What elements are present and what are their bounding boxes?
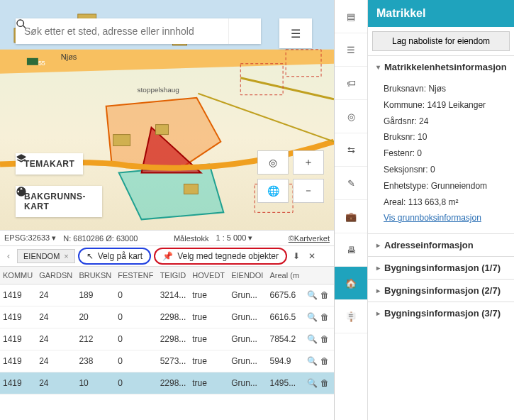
map-canvas[interactable]: 55 Njøs stoppelshaug — [0, 0, 334, 230]
locate-button[interactable]: ◎ — [257, 150, 289, 175]
coordinates: N: 6810286 Ø: 63000 — [63, 234, 138, 243]
caret-right-icon: ▸ — [376, 309, 380, 317]
layers-icon — [16, 153, 27, 165]
svg-line-12 — [240, 78, 334, 99]
row-zoom-icon[interactable]: 🔍 — [306, 356, 319, 366]
svg-text:Njøs: Njøs — [61, 52, 77, 61]
scale-label: Målestokk — [174, 234, 209, 243]
status-bar: EPSG:32633 ▾ N: 6810286 Ø: 63000 Målesto… — [0, 230, 334, 245]
row-delete-icon[interactable]: 🗑 — [319, 290, 330, 300]
tab-label: EIENDOM — [23, 252, 60, 260]
svg-rect-21 — [184, 184, 198, 194]
epsg-selector[interactable]: EPSG:32633 ▾ — [4, 233, 56, 243]
menu-button[interactable]: ☰ — [279, 18, 312, 48]
row-zoom-icon[interactable]: 🔍 — [306, 312, 319, 322]
svg-line-13 — [198, 94, 334, 142]
temakart-label: TEMAKART — [24, 159, 74, 169]
side-panel: Matrikkel Lag naboliste for eiendom ▾Mat… — [368, 0, 514, 420]
icon-sidebar: ▤ ☰ 🏷 ◎ ⇆ ✎ 💼 🖶 🏠 🪧 — [335, 0, 368, 420]
row-zoom-icon[interactable]: 🔍 — [306, 378, 319, 388]
globe-button[interactable]: 🌐 — [257, 179, 289, 203]
table-row[interactable]: 14192421202298...trueGrun...7854.2🔍🗑 — [0, 328, 334, 350]
svg-rect-20 — [156, 125, 169, 135]
matrikkel-fields: Bruksnavn: Njøs Kommune: 1419 Leikanger … — [368, 78, 514, 233]
svg-rect-19 — [113, 135, 130, 146]
sidebar-tag-icon[interactable]: 🏷 — [335, 67, 367, 100]
results-table: KOMMU GARDSN BRUKSN FESTENF TEIGID HOVED… — [0, 267, 334, 420]
sidebar-target-icon[interactable]: ◎ — [335, 100, 367, 133]
sidebar-briefcase-icon[interactable]: 💼 — [335, 200, 367, 233]
attribution-link[interactable]: ©Kartverket — [289, 234, 330, 243]
caret-right-icon: ▸ — [376, 264, 380, 272]
velg-pa-kart-label: Velg på kart — [98, 251, 143, 261]
pointer-icon: ↖ — [86, 251, 94, 261]
section-adresse[interactable]: ▸Adresseinformasjon — [368, 233, 514, 256]
caret-right-icon: ▸ — [376, 287, 380, 294]
velg-tegnede-button[interactable]: 📌 Velg med tegnede objekter — [154, 248, 287, 265]
scale-selector[interactable]: 1 : 5 000 ▾ — [216, 233, 252, 243]
row-zoom-icon[interactable]: 🔍 — [306, 334, 319, 344]
table-row[interactable]: 14192423805273...trueGrun...594.9🔍🗑 — [0, 350, 334, 372]
sidebar-details-icon[interactable]: ▤ — [335, 0, 367, 33]
zoom-out-button[interactable]: － — [293, 179, 324, 203]
table-row[interactable]: 1419241002298...trueGrun...1495...🔍🗑 — [0, 372, 334, 394]
svg-text:55: 55 — [38, 60, 45, 67]
tab-prev[interactable]: ‹ — [3, 251, 14, 261]
sidebar-edit-icon[interactable]: ✎ — [335, 167, 367, 200]
pin-icon: 📌 — [162, 251, 173, 261]
results-toolbar: ‹ EIENDOM × ↖ Velg på kart 📌 Velg med te… — [0, 245, 334, 267]
table-row[interactable]: 1419242002298...trueGrun...6616.5🔍🗑 — [0, 306, 334, 328]
section-bygning-3[interactable]: ▸Bygningsinformasjon (3/7) — [368, 302, 514, 324]
table-header: KOMMU GARDSN BRUKSN FESTENF TEIGID HOVED… — [0, 267, 334, 284]
search-input[interactable] — [16, 18, 228, 44]
row-delete-icon[interactable]: 🗑 — [319, 378, 330, 388]
row-delete-icon[interactable]: 🗑 — [319, 312, 330, 322]
zoom-in-button[interactable]: ＋ — [293, 150, 324, 175]
velg-tegnede-label: Velg med tegnede objekter — [177, 251, 279, 261]
map-controls: ◎ ＋ 🌐 － — [257, 150, 324, 203]
section-matrikkel[interactable]: ▾Matrikkelenhetsinformasjon — [368, 55, 514, 78]
sidebar-signpost-icon[interactable]: 🪧 — [335, 300, 367, 333]
table-row[interactable]: 14192418903214...trueGrun...6675.6🔍🗑 — [0, 284, 334, 306]
temakart-button[interactable]: TEMAKART — [16, 153, 83, 175]
section-bygning-2[interactable]: ▸Bygningsinformasjon (2/7) — [368, 279, 514, 302]
grunnbok-link[interactable]: Vis grunnboksinformasjon — [384, 210, 505, 226]
panel-title: Matrikkel — [368, 0, 514, 27]
sidebar-home-icon[interactable]: 🏠 — [335, 267, 367, 300]
sidebar-list-icon[interactable]: ☰ — [335, 33, 367, 67]
row-delete-icon[interactable]: 🗑 — [319, 334, 330, 344]
section-bygning-1[interactable]: ▸Bygningsinformasjon (1/7) — [368, 256, 514, 279]
caret-down-icon: ▾ — [376, 63, 380, 71]
sidebar-print-icon[interactable]: 🖶 — [335, 233, 367, 267]
sidebar-share-icon[interactable]: ⇆ — [335, 133, 367, 167]
download-button[interactable]: ⬇ — [290, 251, 303, 261]
bakgrunnskart-label: BAKGRUNNS-KART — [24, 192, 94, 211]
globe-icon — [16, 186, 27, 197]
row-delete-icon[interactable]: 🗑 — [319, 356, 330, 366]
velg-pa-kart-button[interactable]: ↖ Velg på kart — [78, 248, 151, 265]
tab-close[interactable]: × — [64, 252, 68, 260]
naboliste-button[interactable]: Lag naboliste for eiendom — [372, 31, 510, 51]
row-zoom-icon[interactable]: 🔍 — [306, 290, 319, 300]
search-button[interactable] — [228, 18, 261, 44]
tab-eiendom[interactable]: EIENDOM × — [17, 249, 75, 263]
svg-rect-1 — [27, 58, 38, 65]
svg-text:stoppelshaug: stoppelshaug — [138, 86, 179, 94]
search-box — [16, 18, 261, 44]
bakgrunnskart-button[interactable]: BAKGRUNNS-KART — [16, 186, 102, 217]
caret-right-icon: ▸ — [376, 241, 380, 249]
close-results-button[interactable]: ✕ — [306, 251, 318, 261]
